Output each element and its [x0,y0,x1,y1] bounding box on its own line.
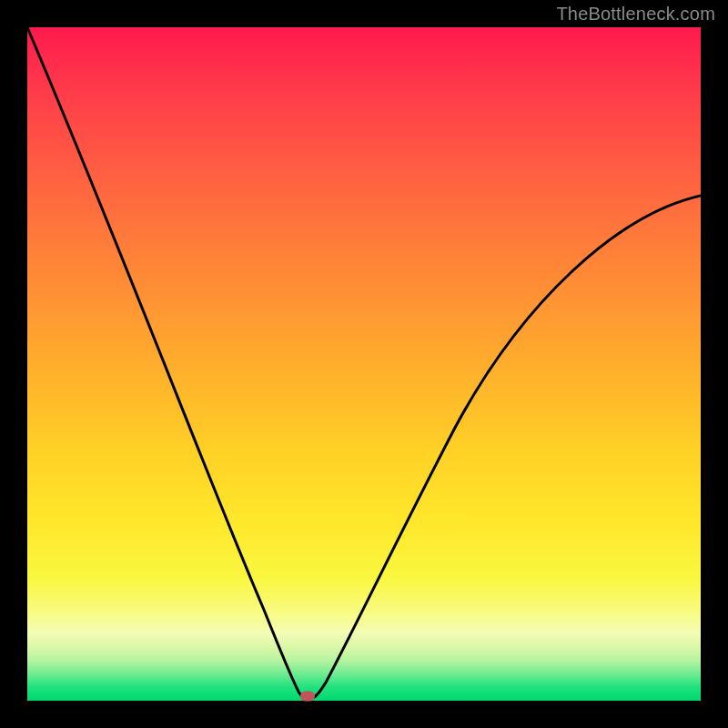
optimal-point-marker [300,692,315,702]
chart-frame: TheBottleneck.com [0,0,728,728]
plot-area [27,27,701,701]
curve-path [27,27,701,698]
watermark-text: TheBottleneck.com [556,4,715,25]
bottleneck-curve [27,27,701,701]
